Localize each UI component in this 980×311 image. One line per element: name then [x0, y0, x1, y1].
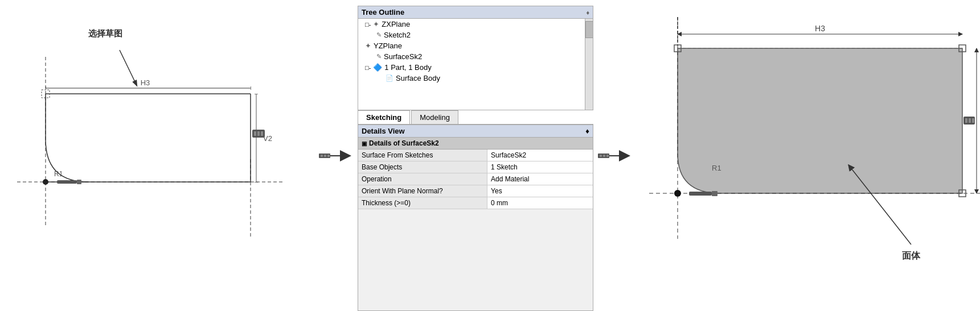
table-row: Orient With Plane Normal? Yes	[358, 185, 593, 197]
svg-rect-49	[712, 191, 717, 196]
svg-text:R1: R1	[712, 164, 721, 172]
svg-rect-15	[257, 131, 260, 136]
section-label: Details of SurfaceSk2	[369, 139, 439, 147]
svg-text:H3: H3	[141, 78, 150, 87]
expand-1part[interactable]: □-	[365, 64, 371, 71]
tree-scrollbar[interactable]	[585, 19, 593, 110]
table-row: Base Objects 1 Sketch	[358, 161, 593, 173]
tree-item-zxplane[interactable]: □- ✦ ZXPlane	[358, 19, 593, 30]
left-sketch-svg: H3 R1 V2	[0, 0, 319, 311]
svg-rect-16	[261, 131, 263, 136]
svg-rect-26	[327, 155, 330, 157]
details-section-title: ▣ Details of SurfaceSk2	[358, 138, 593, 150]
tree-header: Tree Outline ♦	[358, 6, 593, 19]
svg-rect-31	[606, 155, 609, 157]
left-sketch-panel: 选择草图 H3 R1 V2	[0, 0, 319, 311]
row-val-2: Add Material	[487, 173, 593, 185]
svg-line-0	[120, 50, 137, 85]
svg-rect-42	[969, 118, 971, 123]
surfacesk2-label: SurfaceSk2	[384, 52, 422, 61]
yzplane-label: YZPlane	[374, 42, 402, 50]
svg-text:R1: R1	[54, 170, 63, 178]
tree-scroll-thumb[interactable]	[585, 21, 593, 38]
svg-rect-48	[689, 192, 712, 196]
center-panel: Tree Outline ♦ □- ✦ ZXPlane ✎ Sketch2 ✦ …	[353, 0, 598, 311]
svg-rect-14	[254, 131, 256, 136]
row-key-3: Orient With Plane Normal?	[358, 185, 487, 197]
tab-modeling[interactable]: Modeling	[411, 110, 458, 124]
surfacebody-label: Surface Body	[396, 74, 440, 82]
details-title: Details View	[362, 127, 405, 135]
surfacesk2-icon: ✎	[376, 53, 382, 60]
1part-icon: 🔷	[373, 63, 382, 72]
tree-item-sketch2[interactable]: ✎ Sketch2	[358, 30, 593, 40]
svg-rect-30	[603, 155, 605, 157]
svg-point-47	[674, 190, 681, 197]
svg-rect-25	[324, 155, 326, 157]
svg-rect-43	[972, 118, 974, 123]
details-table: Surface From Sketches SurfaceSk2 Base Ob…	[358, 150, 593, 209]
tree-item-1part[interactable]: □- 🔷 1 Part, 1 Body	[358, 62, 593, 73]
tab-sketching[interactable]: Sketching	[358, 110, 410, 124]
svg-text:H3: H3	[815, 24, 825, 33]
yzplane-icon: ✦	[365, 42, 371, 50]
row-key-1: Base Objects	[358, 161, 487, 173]
tabs-row: Sketching Modeling	[358, 110, 593, 125]
svg-rect-29	[600, 155, 602, 157]
svg-text:面体: 面体	[902, 251, 921, 260]
right-panel: H3 V2 R1 面体	[632, 0, 980, 311]
row-val-3: Yes	[487, 185, 593, 197]
arrow1-container	[319, 0, 353, 311]
zxplane-label: ZXPlane	[382, 20, 410, 28]
sketch2-icon: ✎	[376, 31, 382, 39]
right-sketch-svg: H3 V2 R1 面体	[632, 0, 980, 311]
row-val-0: SurfaceSk2	[487, 150, 593, 161]
1part-label: 1 Part, 1 Body	[384, 63, 431, 72]
tree-pin[interactable]: ♦	[586, 9, 589, 16]
table-row: Thickness (>=0) 0 mm	[358, 197, 593, 209]
svg-point-17	[43, 179, 48, 185]
svg-rect-18	[57, 180, 77, 184]
row-key-4: Thickness (>=0)	[358, 197, 487, 209]
row-key-2: Operation	[358, 173, 487, 185]
details-view: Details View ♦ ▣ Details of SurfaceSk2 S…	[358, 125, 593, 311]
arrow2-container	[598, 0, 632, 311]
tree-body: □- ✦ ZXPlane ✎ Sketch2 ✦ YZPlane ✎ Surfa…	[358, 19, 593, 110]
row-val-4: 0 mm	[487, 197, 593, 209]
details-pin[interactable]: ♦	[585, 127, 589, 135]
row-val-1: 1 Sketch	[487, 161, 593, 173]
tree-item-surfacebody[interactable]: 📄 Surface Body	[358, 73, 593, 84]
tree-title: Tree Outline	[362, 8, 404, 16]
sketch2-label: Sketch2	[384, 31, 411, 39]
tree-item-surfacesk2[interactable]: ✎ SurfaceSk2	[358, 51, 593, 62]
zxplane-icon: ✦	[373, 20, 379, 28]
arrow1-svg	[319, 142, 353, 170]
row-key-0: Surface From Sketches	[358, 150, 487, 161]
collapse-icon[interactable]: ▣	[362, 140, 367, 147]
surfacebody-icon: 📄	[386, 74, 393, 82]
svg-rect-24	[321, 155, 323, 157]
table-row: Surface From Sketches SurfaceSk2	[358, 150, 593, 161]
expand-zxplane[interactable]: □-	[365, 21, 371, 28]
table-row: Operation Add Material	[358, 173, 593, 185]
tree-item-yzplane[interactable]: ✦ YZPlane	[358, 40, 593, 51]
svg-rect-19	[77, 180, 81, 184]
tree-outline: Tree Outline ♦ □- ✦ ZXPlane ✎ Sketch2 ✦ …	[358, 6, 593, 110]
svg-rect-41	[965, 118, 967, 123]
details-header: Details View ♦	[358, 125, 593, 138]
arrow2-svg	[598, 142, 632, 170]
